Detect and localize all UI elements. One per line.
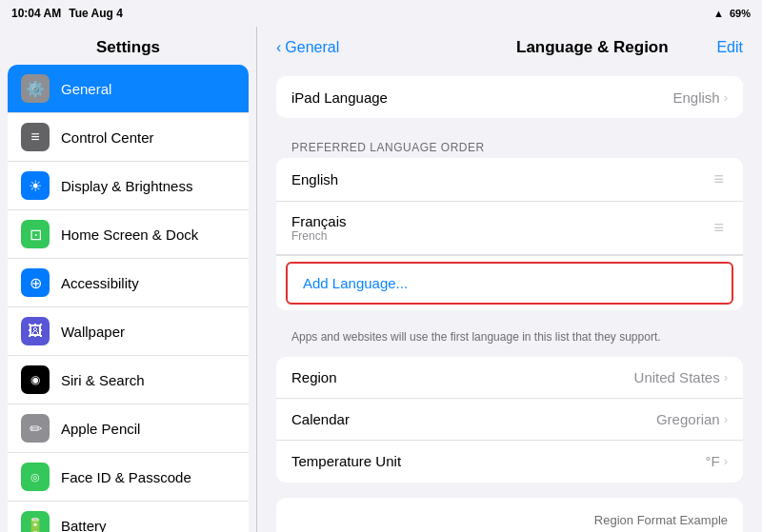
sliders-icon: ≡ xyxy=(21,123,50,151)
region-settings-group: Region United States › Calendar Gregoria… xyxy=(276,357,743,483)
region-value: United States › xyxy=(634,369,728,385)
language-subname-french: French xyxy=(291,229,347,243)
accessibility-icon: ⊕ xyxy=(21,268,50,297)
sidebar-title: Settings xyxy=(0,27,256,65)
faceid-icon: ◎ xyxy=(21,463,50,491)
chevron-right-icon: › xyxy=(724,454,728,468)
language-row-english[interactable]: English ≡ xyxy=(276,158,743,202)
sidebar-item-battery[interactable]: 🔋 Battery xyxy=(8,502,249,532)
sidebar-item-accessibility[interactable]: ⊕ Accessibility xyxy=(8,259,249,307)
sidebar-item-pencil[interactable]: ✏ Apple Pencil xyxy=(8,404,249,453)
sidebar-item-home-screen[interactable]: ⊡ Home Screen & Dock xyxy=(8,210,249,259)
language-row-french[interactable]: Français French ≡ xyxy=(276,202,743,255)
preferred-language-header: PREFERRED LANGUAGE ORDER xyxy=(276,133,743,158)
ipad-language-label: iPad Language xyxy=(291,89,672,106)
sidebar-item-wallpaper[interactable]: 🖼 Wallpaper xyxy=(8,307,249,356)
nav-title: Language & Region xyxy=(468,38,716,57)
detail-pane: ‹ General Language & Region Edit iPad La… xyxy=(257,27,762,532)
battery-icon: 🔋 xyxy=(21,511,50,532)
chevron-right-icon: › xyxy=(724,370,728,384)
reorder-handle-english[interactable]: ≡ xyxy=(710,169,728,189)
language-name-english: English xyxy=(291,171,710,187)
sidebar-item-display[interactable]: ☀ Display & Brightness xyxy=(8,162,249,210)
add-language-button[interactable]: Add Language... xyxy=(286,262,733,305)
sidebar-label-general: General xyxy=(61,81,111,97)
calendar-row[interactable]: Calendar Gregorian › xyxy=(276,399,743,441)
ipad-language-row[interactable]: iPad Language English › xyxy=(276,76,743,118)
ipad-language-value: English › xyxy=(672,89,728,106)
wallpaper-icon: 🖼 xyxy=(21,317,50,345)
pencil-icon: ✏ xyxy=(21,414,50,443)
battery-display: 69% xyxy=(730,8,751,19)
edit-button[interactable]: Edit xyxy=(716,39,743,56)
sidebar-item-general[interactable]: ⚙️ General xyxy=(8,65,249,113)
sidebar-label-battery: Battery xyxy=(61,518,107,533)
content-area: iPad Language English › PREFERRED LANGUA… xyxy=(257,69,762,532)
sidebar-label-faceid: Face ID & Passcode xyxy=(61,469,191,485)
time-display: 10:04 AM xyxy=(11,7,61,20)
region-format-section: Region Format Example 12:34 AM Saturday,… xyxy=(276,498,743,532)
siri-icon: ◉ xyxy=(21,365,50,394)
main-layout: Settings ⚙️ General ≡ Control Center ☀ D… xyxy=(0,27,762,532)
nav-bar: ‹ General Language & Region Edit xyxy=(257,27,762,69)
sidebar-label-wallpaper: Wallpaper xyxy=(61,324,125,340)
language-list-group: English ≡ Français French ≡ A xyxy=(276,158,743,310)
status-bar-left: 10:04 AM Tue Aug 4 xyxy=(11,7,123,20)
reorder-handle-french[interactable]: ≡ xyxy=(710,218,728,238)
status-bar-right: ▲ 69% xyxy=(713,8,751,19)
language-name-french: Français xyxy=(291,213,347,229)
format-example-title: Region Format Example xyxy=(291,513,728,527)
temperature-label: Temperature Unit xyxy=(291,453,705,469)
temperature-value: °F › xyxy=(705,453,728,469)
sidebar-label-siri: Siri & Search xyxy=(61,372,145,388)
ipad-language-group: iPad Language English › xyxy=(276,76,743,118)
sidebar-label-home-screen: Home Screen & Dock xyxy=(61,227,198,243)
back-button[interactable]: ‹ General xyxy=(276,39,339,56)
preferred-language-section: PREFERRED LANGUAGE ORDER English ≡ Franç… xyxy=(276,133,743,357)
language-info-french: Français French xyxy=(291,213,347,243)
chevron-right-icon: › xyxy=(724,90,728,105)
brightness-icon: ☀ xyxy=(21,171,50,200)
sidebar-item-faceid[interactable]: ◎ Face ID & Passcode xyxy=(8,453,249,502)
add-language-label: Add Language... xyxy=(303,275,408,291)
sidebar: Settings ⚙️ General ≡ Control Center ☀ D… xyxy=(0,27,257,532)
sidebar-label-control-center: Control Center xyxy=(61,129,154,146)
sidebar-label-display: Display & Brightness xyxy=(61,178,192,194)
add-language-container: Add Language... xyxy=(276,255,743,310)
region-row[interactable]: Region United States › xyxy=(276,357,743,399)
gear-icon: ⚙️ xyxy=(21,74,50,103)
language-footer-note: Apps and websites will use the first lan… xyxy=(276,325,743,357)
format-example: Region Format Example 12:34 AM Saturday,… xyxy=(276,498,743,532)
sidebar-label-accessibility: Accessibility xyxy=(61,275,139,291)
chevron-left-icon: ‹ xyxy=(276,39,281,56)
sidebar-label-pencil: Apple Pencil xyxy=(61,421,140,437)
status-bar: 10:04 AM Tue Aug 4 ▲ 69% xyxy=(0,0,762,27)
chevron-right-icon: › xyxy=(724,412,728,426)
sidebar-item-siri[interactable]: ◉ Siri & Search xyxy=(8,356,249,404)
temperature-row[interactable]: Temperature Unit °F › xyxy=(276,441,743,483)
home-icon: ⊡ xyxy=(21,220,50,248)
sidebar-item-control-center[interactable]: ≡ Control Center xyxy=(8,113,249,162)
region-label: Region xyxy=(291,369,634,385)
calendar-value: Gregorian › xyxy=(656,411,728,427)
back-label: General xyxy=(285,39,339,56)
sidebar-group-main: ⚙️ General ≡ Control Center ☀ Display & … xyxy=(8,65,249,532)
calendar-label: Calendar xyxy=(291,411,656,427)
date-display: Tue Aug 4 xyxy=(69,7,123,20)
wifi-icon: ▲ xyxy=(713,8,724,19)
